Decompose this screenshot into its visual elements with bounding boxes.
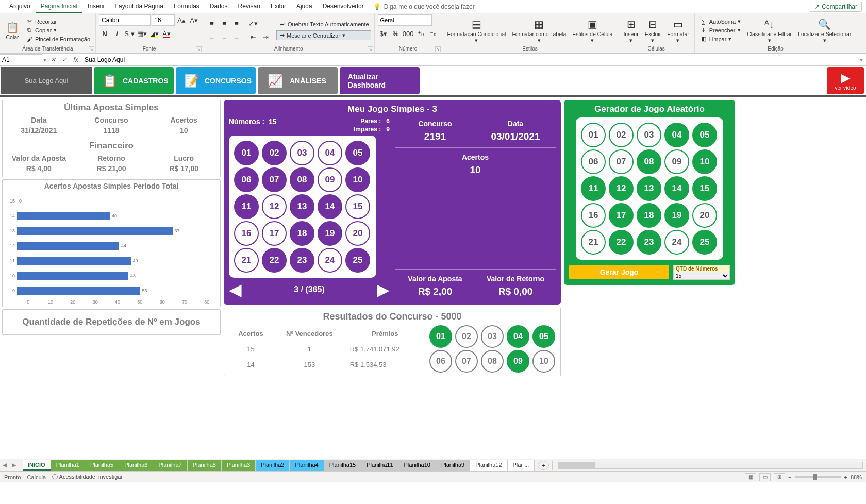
- decrease-decimal-button[interactable]: ⁻₀: [427, 28, 439, 39]
- align-bottom-button[interactable]: ≡: [231, 18, 242, 29]
- sheet-tab-planilha3[interactable]: Planilha3: [222, 460, 256, 471]
- tab-scroll-right[interactable]: ▶: [9, 462, 19, 468]
- jogo-ball-23[interactable]: 23: [290, 248, 314, 273]
- horizontal-scrollbar[interactable]: [558, 462, 863, 469]
- menu-item-ajuda[interactable]: Ajuda: [291, 1, 318, 13]
- menu-item-inserir[interactable]: Inserir: [82, 1, 110, 13]
- sheet-tab-planilha1[interactable]: Planilha1: [51, 460, 85, 471]
- jogo-ball-13[interactable]: 13: [290, 194, 314, 219]
- ver-video-button[interactable]: ▶ ver vídeo: [827, 67, 864, 94]
- sheet-tab-planilha6[interactable]: Planilha6: [119, 460, 153, 471]
- concursos-button[interactable]: 📝 CONCURSOS: [176, 67, 256, 94]
- jogo-next-button[interactable]: ▶: [377, 280, 390, 299]
- decrease-indent-button[interactable]: ⇤: [247, 31, 259, 43]
- sheet-tab-planilha4[interactable]: Planilha4: [290, 460, 324, 471]
- sheet-tab-planilha5[interactable]: Planilha5: [85, 460, 119, 471]
- qtd-numeros-select[interactable]: 15: [674, 272, 729, 279]
- increase-font-button[interactable]: A▴: [176, 14, 187, 26]
- jogo-ball-09[interactable]: 09: [318, 167, 342, 192]
- jogo-ball-21[interactable]: 21: [234, 248, 259, 273]
- format-as-table-button[interactable]: ▦Formatar como Tabela▾: [510, 16, 568, 44]
- jogo-ball-06[interactable]: 06: [234, 167, 259, 192]
- sort-filter-button[interactable]: ᴬ↓Classificar e Filtrar▾: [745, 16, 794, 44]
- border-button[interactable]: ▦▾: [136, 28, 147, 39]
- cell-styles-button[interactable]: ▣Estilos de Célula▾: [570, 16, 614, 44]
- sheet-tab-planilha10[interactable]: Planilha10: [399, 460, 436, 471]
- align-top-button[interactable]: ≡: [206, 18, 218, 29]
- jogo-ball-01[interactable]: 01: [234, 141, 259, 165]
- sheet-tab-planilha12[interactable]: Planilha12: [470, 460, 507, 471]
- jogo-ball-24[interactable]: 24: [318, 248, 342, 273]
- copy-button[interactable]: ⧉Copiar ▾: [24, 26, 92, 35]
- jogo-ball-05[interactable]: 05: [345, 141, 370, 165]
- delete-cells-button[interactable]: ⊟Excluir▾: [643, 16, 663, 44]
- menu-item-revisão[interactable]: Revisão: [233, 1, 265, 13]
- increase-decimal-button[interactable]: ⁺₀: [415, 28, 426, 39]
- zoom-level[interactable]: 88%: [851, 474, 862, 480]
- page-break-view-button[interactable]: ⊞: [774, 473, 785, 481]
- underline-button[interactable]: S ▾: [124, 28, 135, 39]
- cadastros-button[interactable]: 📋 CADASTROS: [94, 67, 174, 94]
- jogo-ball-10[interactable]: 10: [345, 167, 370, 192]
- jogo-ball-04[interactable]: 04: [318, 141, 342, 165]
- conditional-format-button[interactable]: ▤Formatação Condicional▾: [445, 16, 508, 44]
- menu-item-página-inicial[interactable]: Página Inicial: [36, 1, 82, 13]
- format-painter-button[interactable]: 🖌Pincel de Formatação: [24, 35, 92, 43]
- clear-button[interactable]: ◧Limpar ▾: [698, 35, 743, 43]
- gerar-jogo-button[interactable]: Gerar Jogo: [569, 265, 669, 279]
- jogo-ball-07[interactable]: 07: [262, 167, 287, 192]
- format-cells-button[interactable]: ▭Formatar▾: [665, 16, 691, 44]
- insert-cells-button[interactable]: ⊞Inserir▾: [621, 16, 640, 44]
- fill-color-button[interactable]: ◢▾: [148, 28, 160, 39]
- menu-item-exibir[interactable]: Exibir: [265, 1, 291, 13]
- font-size-select[interactable]: [152, 14, 175, 26]
- jogo-ball-03[interactable]: 03: [290, 141, 314, 165]
- jogo-ball-20[interactable]: 20: [345, 221, 370, 246]
- formula-expand-button[interactable]: ▾: [857, 56, 866, 63]
- share-button[interactable]: ↗ Compartilhar: [810, 2, 862, 12]
- menu-item-layout-da-página[interactable]: Layout da Página: [110, 1, 168, 13]
- align-middle-button[interactable]: ≡: [219, 18, 230, 29]
- zoom-slider[interactable]: [795, 476, 841, 478]
- sheet-tab-plar ...[interactable]: Plar ...: [508, 460, 535, 471]
- font-name-select[interactable]: [99, 14, 151, 26]
- thousands-button[interactable]: 000: [403, 28, 414, 39]
- tell-me-search[interactable]: 💡 Diga-me o que você deseja fazer: [373, 3, 475, 10]
- clipboard-launcher[interactable]: ↘: [89, 46, 94, 52]
- menu-item-desenvolvedor[interactable]: Desenvolvedor: [318, 1, 369, 13]
- atualizar-dashboard-button[interactable]: Atualizar Dashboard: [340, 67, 420, 94]
- name-box-dropdown[interactable]: ▾: [42, 56, 47, 63]
- sheet-tab-planilha2[interactable]: Planilha2: [256, 460, 290, 471]
- number-launcher[interactable]: ↘: [435, 46, 441, 52]
- fx-button[interactable]: fx: [70, 56, 81, 63]
- italic-button[interactable]: I: [111, 28, 123, 39]
- jogo-ball-15[interactable]: 15: [345, 194, 370, 219]
- zoom-out-button[interactable]: −: [788, 474, 791, 480]
- page-layout-view-button[interactable]: ▭: [759, 473, 771, 481]
- autosum-button[interactable]: ∑AutoSoma ▾: [698, 18, 743, 26]
- jogo-ball-12[interactable]: 12: [262, 194, 287, 219]
- accessibility-status[interactable]: ⓘ Acessibilidade: investigar: [52, 473, 123, 481]
- increase-indent-button[interactable]: ⇥: [260, 31, 271, 43]
- jogo-prev-button[interactable]: ◀: [229, 280, 242, 299]
- paste-button[interactable]: 📋 Colar: [3, 19, 22, 42]
- accounting-format-button[interactable]: $▾: [378, 28, 389, 39]
- find-select-button[interactable]: 🔍Localizar e Selecionar▾: [796, 16, 853, 44]
- normal-view-button[interactable]: ▦: [745, 473, 756, 481]
- cut-button[interactable]: ✂Recortar: [24, 18, 92, 26]
- fill-button[interactable]: ↧Preencher ▾: [698, 26, 743, 35]
- sheet-tab-planilha7[interactable]: Planilha7: [153, 460, 187, 471]
- orientation-button[interactable]: ⤢▾: [247, 18, 259, 29]
- alignment-launcher[interactable]: ↘: [368, 46, 373, 52]
- jogo-ball-18[interactable]: 18: [290, 221, 314, 246]
- merge-center-button[interactable]: ⬌Mesclar e Centralizar▾: [276, 30, 371, 40]
- jogo-ball-22[interactable]: 22: [262, 248, 287, 273]
- name-box[interactable]: [0, 54, 42, 65]
- accept-formula-button[interactable]: ✓: [59, 56, 70, 63]
- qtd-numeros-control[interactable]: QTD de Números 15: [673, 265, 730, 280]
- menu-item-fórmulas[interactable]: Fórmulas: [169, 1, 205, 13]
- percent-format-button[interactable]: %: [390, 28, 402, 39]
- new-sheet-button[interactable]: +: [538, 461, 549, 470]
- formula-input[interactable]: [81, 54, 857, 65]
- jogo-ball-19[interactable]: 19: [318, 221, 342, 246]
